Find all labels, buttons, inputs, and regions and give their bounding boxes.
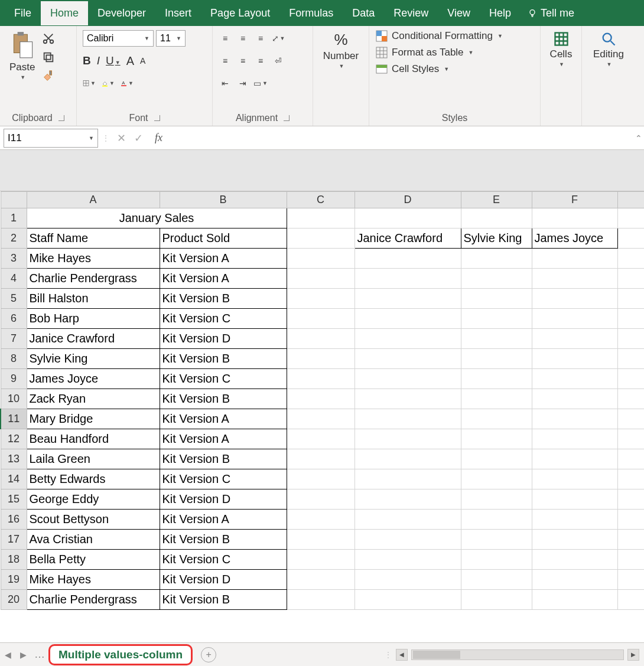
expand-formula-bar-icon[interactable]: ⌃ [633,133,644,143]
align-middle-icon[interactable]: ≡ [236,32,249,45]
cell-product-sold[interactable]: Kit Version B [160,349,287,369]
sheet-nav-more-icon[interactable]: … [31,648,48,661]
shrink-font-button[interactable]: A [140,56,145,66]
lookup-cell-d2[interactable]: Janice Crawford [354,228,461,249]
cut-icon[interactable] [42,32,55,45]
cell-product-sold[interactable]: Kit Version C [160,550,287,570]
cell-product-sold[interactable]: Kit Version A [160,269,287,289]
row-header[interactable]: 16 [1,510,27,530]
align-center-icon[interactable]: ≡ [236,54,249,67]
align-top-icon[interactable]: ≡ [219,32,232,45]
row-header[interactable]: 4 [1,269,27,289]
format-painter-icon[interactable] [42,70,55,83]
align-right-icon[interactable]: ≡ [254,54,267,67]
row-header[interactable]: 6 [1,309,27,329]
editing-button[interactable]: Editing ▼ [590,30,627,68]
number-format-button[interactable]: % Number ▼ [320,30,362,70]
align-bottom-icon[interactable]: ≡ [254,32,267,45]
align-left-icon[interactable]: ≡ [219,54,232,67]
row-header[interactable]: 1 [1,208,27,228]
row-header[interactable]: 9 [1,369,27,389]
cell-product-sold[interactable]: Kit Version B [160,389,287,409]
merge-icon[interactable]: ▭▼ [254,77,267,90]
decrease-indent-icon[interactable]: ⇤ [219,77,232,90]
sheet-nav-prev-icon[interactable]: ◀ [0,650,15,660]
font-color-button[interactable]: A▼ [121,77,134,90]
fill-color-button[interactable]: ▼ [102,77,115,90]
sheet-nav-next-icon[interactable]: ▶ [15,650,31,660]
column-header[interactable]: C [287,192,354,208]
tab-review[interactable]: Review [384,1,438,25]
borders-button[interactable]: ▼ [83,77,96,90]
cell-staff-name[interactable]: Bella Petty [27,550,160,570]
row-header[interactable]: 3 [1,249,27,269]
font-size-select[interactable]: 11▼ [156,30,186,47]
cell-product-sold[interactable]: Kit Version B [160,590,287,610]
conditional-formatting-button[interactable]: Conditional Formatting▼ [375,30,503,43]
formula-input[interactable] [167,129,633,148]
format-as-table-button[interactable]: Format as Table▼ [375,46,503,59]
underline-button[interactable]: U▼ [106,54,121,67]
paste-button[interactable]: Paste ▼ [6,30,38,81]
tab-view[interactable]: View [438,1,480,25]
tell-me[interactable]: Tell me [521,1,581,25]
cell-staff-name[interactable]: Mike Hayes [27,570,160,590]
cell-product-sold[interactable]: Kit Version B [160,530,287,550]
header-staff-name[interactable]: Staff Name [27,228,160,249]
row-header[interactable]: 12 [1,429,27,449]
sheet-tab-active[interactable]: Multiple values-column [48,644,193,665]
dialog-launcher-icon[interactable] [154,115,160,121]
tab-page-layout[interactable]: Page Layout [201,1,279,25]
row-header[interactable]: 10 [1,389,27,409]
orientation-icon[interactable]: ⤢▼ [272,32,285,45]
row-header[interactable]: 15 [1,489,27,510]
cell-product-sold[interactable]: Kit Version A [160,510,287,530]
column-header[interactable]: D [354,192,461,208]
select-all-corner[interactable] [1,192,27,208]
cell-staff-name[interactable]: Charlie Pendergrass [27,590,160,610]
row-header[interactable]: 20 [1,590,27,610]
tab-help[interactable]: Help [480,1,521,25]
row-header[interactable]: 17 [1,530,27,550]
row-header[interactable]: 14 [1,469,27,489]
grow-font-button[interactable]: A [126,54,134,68]
row-header[interactable]: 5 [1,289,27,309]
lookup-cell-e2[interactable]: Sylvie King [461,228,532,249]
cell-staff-name[interactable]: Ava Cristian [27,530,160,550]
cell-product-sold[interactable]: Kit Version A [160,409,287,429]
cell-staff-name[interactable]: George Eddy [27,489,160,510]
scroll-left-icon[interactable]: ◀ [396,649,408,661]
row-header[interactable]: 11 [1,409,27,429]
new-sheet-button[interactable]: + [201,647,216,662]
cell-product-sold[interactable]: Kit Version D [160,570,287,590]
dialog-launcher-icon[interactable] [58,115,64,121]
column-header[interactable]: A [27,192,160,208]
cell-staff-name[interactable]: Sylvie King [27,349,160,369]
tab-formulas[interactable]: Formulas [279,1,343,25]
font-name-select[interactable]: Calibri▼ [83,30,154,47]
copy-icon[interactable] [42,51,55,64]
cell-product-sold[interactable]: Kit Version A [160,249,287,269]
italic-button[interactable]: I [97,54,100,67]
tab-data[interactable]: Data [343,1,384,25]
enter-formula-icon[interactable]: ✓ [134,132,143,145]
cell-staff-name[interactable]: Laila Green [27,449,160,469]
cell-staff-name[interactable]: Charlie Pendergrass [27,269,160,289]
fx-icon[interactable]: fx [150,132,167,144]
cell-staff-name[interactable]: James Joyce [27,369,160,389]
tab-home[interactable]: Home [41,1,88,25]
dialog-launcher-icon[interactable] [284,115,290,121]
tab-file[interactable]: File [5,1,41,25]
wrap-text-icon[interactable]: ⏎ [272,54,285,67]
column-header[interactable]: B [160,192,287,208]
name-box[interactable]: I11▼ [4,129,98,148]
cell-staff-name[interactable]: Mike Hayes [27,249,160,269]
cell-product-sold[interactable]: Kit Version C [160,369,287,389]
cell-staff-name[interactable]: Betty Edwards [27,469,160,489]
cancel-formula-icon[interactable]: ✕ [117,132,126,145]
cell-product-sold[interactable]: Kit Version C [160,469,287,489]
row-header[interactable]: 13 [1,449,27,469]
title-cell[interactable]: January Sales [27,208,287,228]
cell-staff-name[interactable]: Beau Handford [27,429,160,449]
cell-product-sold[interactable]: Kit Version D [160,489,287,510]
